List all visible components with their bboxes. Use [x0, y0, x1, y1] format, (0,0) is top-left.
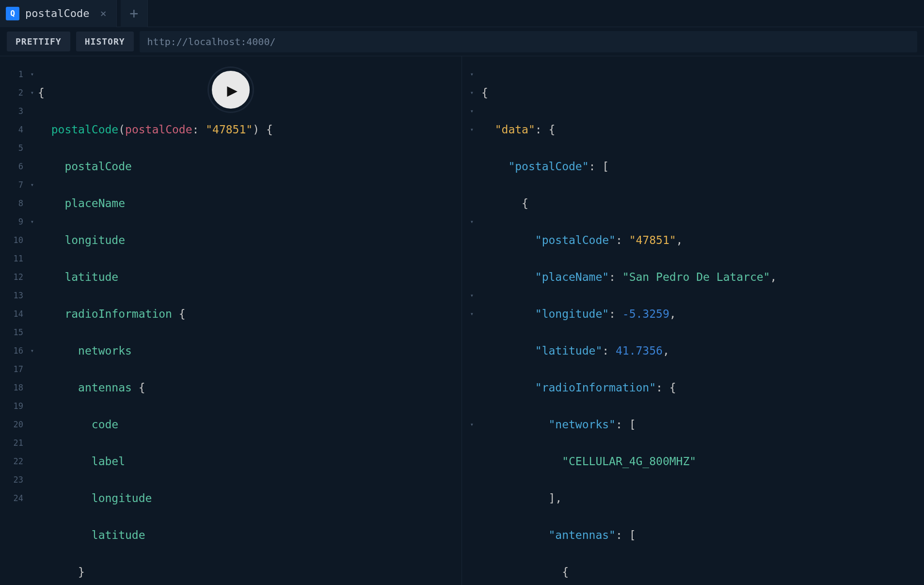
- toolbar: PRETTIFY HISTORY http://localhost:4000/: [0, 27, 924, 56]
- query-badge-icon: Q: [6, 7, 19, 20]
- prettify-button[interactable]: PRETTIFY: [7, 32, 70, 51]
- plus-icon: +: [129, 5, 138, 22]
- line-gutter: 1234 5678 9101112 13141516 17181920 2122…: [0, 65, 26, 507]
- tab-label: postalCode: [25, 7, 89, 19]
- run-button[interactable]: ▶: [209, 68, 253, 112]
- main-panes: ▶ 1234 5678 9101112 13141516 17181920 21…: [0, 56, 924, 585]
- result-gutter: .... .... .... .... .... ....: [462, 65, 473, 507]
- new-tab-button[interactable]: +: [121, 0, 148, 27]
- tab-bar: Q postalCode × +: [0, 0, 924, 27]
- history-button[interactable]: HISTORY: [76, 32, 134, 51]
- result-viewer[interactable]: .... .... .... .... .... .... { "data": …: [462, 56, 924, 585]
- close-icon[interactable]: ×: [100, 7, 106, 19]
- endpoint-url-input[interactable]: http://localhost:4000/: [140, 31, 917, 52]
- result-code: { "data": { "postalCode": [ { "postalCod…: [481, 65, 924, 585]
- play-icon: ▶: [227, 80, 238, 100]
- query-code[interactable]: { postalCode(postalCode: "47851") { post…: [38, 65, 462, 585]
- tab-postalcode[interactable]: Q postalCode ×: [0, 0, 117, 27]
- query-editor[interactable]: ▶ 1234 5678 9101112 13141516 17181920 21…: [0, 56, 462, 585]
